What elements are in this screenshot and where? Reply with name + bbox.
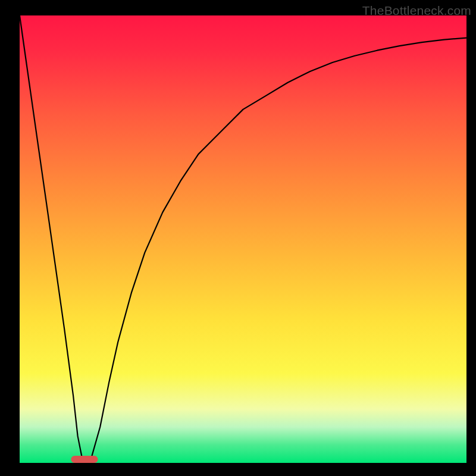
- optimum-marker: [71, 456, 98, 463]
- chart-overlay: [0, 0, 476, 476]
- chart-frame: TheBottleneck.com: [0, 0, 476, 476]
- watermark-text: TheBottleneck.com: [362, 4, 471, 18]
- bottleneck-curve: [20, 15, 466, 463]
